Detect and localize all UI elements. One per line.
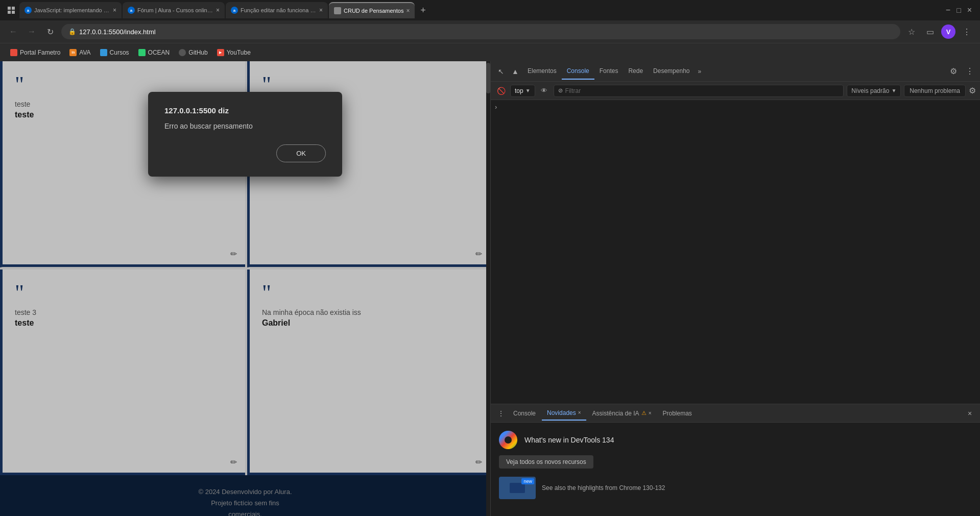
back-btn[interactable]: ← — [6, 24, 20, 39]
svg-rect-2 — [8, 11, 11, 14]
address-bar: ← → ↻ 🔒 127.0.0.1:5500/index.html ☆ ▭ V … — [0, 20, 980, 43]
devtools-cursor-icon[interactable]: ↖ — [494, 64, 508, 79]
tab-4-title: CRUD de Pensamentos — [344, 8, 403, 14]
bookmark-cursos[interactable]: Cursos — [96, 47, 133, 58]
bookmark-youtube[interactable]: ▶ YouTube — [213, 47, 255, 58]
bottom-tab-console[interactable]: Console — [508, 407, 541, 420]
address-input-wrap[interactable]: 🔒 127.0.0.1:5500/index.html — [61, 24, 900, 39]
bookmarks-bar: Portal Fametro in AVA Cursos OCEAN GitHu… — [0, 43, 980, 61]
window-close-btn[interactable]: × — [967, 6, 972, 15]
tab-bar: a JavaScript: implementando CRU × a Fóru… — [0, 0, 980, 20]
bottom-panel-close[interactable]: × — [964, 407, 976, 420]
devtools-vertical-dots[interactable]: ⋮ — [963, 64, 977, 79]
tab-fontes[interactable]: Fontes — [594, 63, 624, 80]
tab-4[interactable]: CRUD de Pensamentos × — [329, 2, 415, 18]
devtools-chrome-logo — [499, 431, 517, 449]
devtools-panel: ↖ ▲ Elementos Console Fontes Rede Desemp… — [490, 61, 980, 516]
tab-2[interactable]: a Fórum | Alura - Cursos online d × — [123, 2, 225, 18]
tab-1-close[interactable]: × — [113, 7, 116, 14]
svg-rect-1 — [12, 7, 15, 10]
devtools-device-icon[interactable]: ▲ — [508, 64, 522, 79]
main-content: " teste teste ✏ " ✏ " teste 3 teste ✏ — [0, 61, 980, 516]
lock-icon: 🔒 — [68, 28, 76, 35]
tab-rede[interactable]: Rede — [623, 63, 648, 80]
whats-new-row: What's new in DevTools 134 — [499, 431, 972, 449]
tab-2-title: Fórum | Alura - Cursos online d — [137, 7, 213, 13]
modal-ok-button[interactable]: OK — [276, 144, 326, 162]
svg-rect-0 — [8, 7, 11, 10]
preview-row: new See also the highlights from Chrome … — [499, 477, 972, 499]
bookmark-github[interactable]: GitHub — [175, 47, 211, 58]
devtools-more-tabs[interactable]: » — [695, 64, 705, 79]
modal-dialog: 127.0.0.1:5500 diz Erro ao buscar pensam… — [148, 92, 342, 177]
devtools-prohibit-icon[interactable]: 🚫 — [495, 85, 507, 97]
modal-body: Erro ao buscar pensamento — [164, 122, 326, 130]
tab-elementos[interactable]: Elementos — [522, 63, 562, 80]
assistencia-close[interactable]: × — [649, 410, 652, 416]
filter-text: Filtrar — [565, 87, 581, 94]
address-text: 127.0.0.1:5500/index.html — [79, 28, 156, 36]
window-min-btn[interactable]: − — [946, 6, 950, 15]
bottom-tab-novidades[interactable]: Novidades × — [542, 406, 586, 421]
preview-text: See also the highlights from Chrome 130-… — [542, 484, 665, 492]
tab-3-close[interactable]: × — [319, 7, 323, 14]
bookmark-star-btn[interactable]: ☆ — [904, 24, 919, 39]
novidades-close[interactable]: × — [578, 410, 581, 415]
preview-thumbnail: new — [499, 477, 536, 499]
menu-btn[interactable]: ⋮ — [960, 24, 974, 39]
webpage: " teste teste ✏ " ✏ " teste 3 teste ✏ — [0, 61, 490, 516]
devtools-toolbar: 🚫 top ▼ 👁 ⊘ Filtrar Níveis padrão ▼ Nenh… — [491, 82, 980, 100]
modal-overlay: 127.0.0.1:5500 diz Erro ao buscar pensam… — [0, 61, 490, 516]
bookmark-portal-fametro[interactable]: Portal Fametro — [6, 47, 64, 58]
bottom-tab-problemas[interactable]: Problemas — [657, 407, 697, 420]
bookmark-ocean[interactable]: OCEAN — [134, 47, 174, 58]
tab-1[interactable]: a JavaScript: implementando CRU × — [19, 2, 122, 18]
assistencia-warning: ⚠ — [641, 410, 647, 416]
tab-grid-btn[interactable] — [4, 3, 18, 17]
modal-title: 127.0.0.1:5500 diz — [164, 106, 326, 115]
tab-1-title: JavaScript: implementando CRU — [34, 7, 110, 13]
devtools-settings-btn[interactable]: ⚙ — [946, 64, 961, 79]
bookmark-ava[interactable]: in AVA — [65, 47, 94, 58]
devtools-dots-btn[interactable]: ⋮ — [495, 407, 507, 420]
extension-btn[interactable]: ▭ — [923, 24, 937, 39]
tab-desempenho[interactable]: Desempenho — [648, 63, 695, 80]
console-arrow: › — [495, 103, 497, 111]
devtools-eye-icon[interactable]: 👁 — [538, 85, 551, 97]
window-max-btn[interactable]: □ — [957, 6, 961, 14]
filter-icon: ⊘ — [558, 87, 563, 94]
bottom-tab-assistencia[interactable]: Assistência de IA ⚠ × — [587, 407, 657, 420]
tab-console[interactable]: Console — [562, 63, 594, 80]
whats-new-title: What's new in DevTools 134 — [524, 436, 614, 444]
filter-input[interactable]: ⊘ Filtrar — [554, 85, 844, 97]
reload-btn[interactable]: ↻ — [43, 24, 57, 39]
tab-2-close[interactable]: × — [216, 7, 220, 14]
profile-btn[interactable]: V — [941, 24, 955, 39]
devtools-content: › — [491, 100, 980, 404]
devtools-header: ↖ ▲ Elementos Console Fontes Rede Desemp… — [491, 61, 980, 82]
devtools-settings-gear[interactable]: ⚙ — [969, 86, 976, 95]
bottom-tabs-bar: ⋮ Console Novidades × Assistência de IA … — [491, 404, 980, 423]
tab-4-close[interactable]: × — [406, 7, 410, 14]
browser-chrome: a JavaScript: implementando CRU × a Fóru… — [0, 0, 980, 61]
devtools-bottom-panel: ⋮ Console Novidades × Assistência de IA … — [491, 404, 980, 516]
bottom-panel-content: What's new in DevTools 134 Veja todos os… — [491, 423, 980, 516]
svg-rect-3 — [12, 11, 15, 14]
new-tab-btn[interactable]: + — [416, 3, 430, 17]
problems-badge: Nenhum problema — [904, 85, 966, 97]
forward-btn[interactable]: → — [25, 24, 39, 39]
tab-3[interactable]: a Função editar não funciona | Ja × — [226, 2, 328, 18]
top-dropdown[interactable]: top ▼ — [510, 85, 535, 97]
levels-dropdown[interactable]: Níveis padrão ▼ — [847, 85, 901, 97]
tab-3-title: Função editar não funciona | Ja — [241, 7, 317, 13]
see-resources-btn[interactable]: Veja todos os novos recursos — [499, 455, 593, 469]
